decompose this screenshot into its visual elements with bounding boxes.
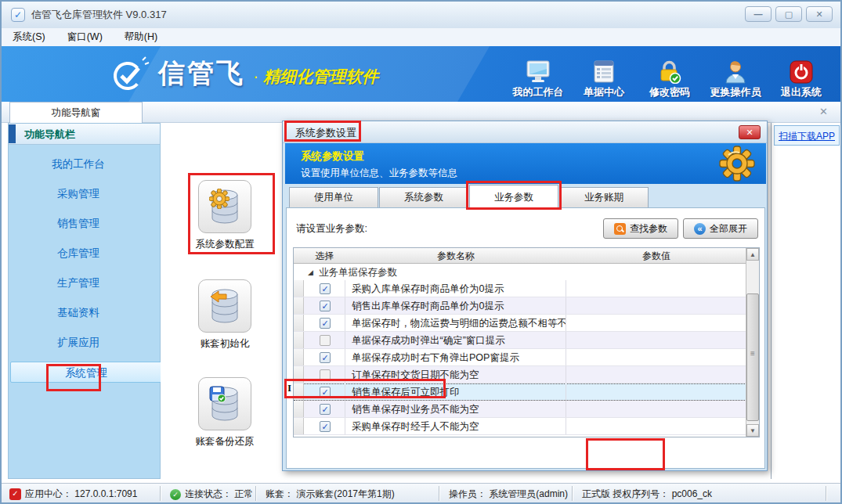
app-download-box: 扫描下载APP	[774, 125, 840, 146]
power-exit-icon	[790, 60, 813, 84]
sidebar-item-workstation[interactable]: 我的工作台	[9, 153, 148, 175]
table-row[interactable]: 销售单保存时业务员不能为空	[294, 401, 746, 418]
status-divider	[572, 486, 573, 501]
right-panel: 扫描下载APP	[771, 123, 842, 479]
expand-all-button[interactable]: « 全部展开	[683, 218, 758, 239]
table-row[interactable]: 采购单保存时经手人不能为空	[294, 418, 746, 435]
banner: 信管飞 · 精细化管理软件 我的工作台	[2, 46, 840, 102]
param-name-cell: 单据保存时，物流运费与明细的运费总额不相等不提示	[345, 315, 566, 331]
tab-business-params[interactable]: 业务参数	[469, 185, 558, 208]
dialog-title: 系统参数设置	[295, 126, 356, 140]
group-row[interactable]: ◢ 业务单据保存参数	[294, 264, 746, 280]
brand-block: 信管飞 · 精细化管理软件	[110, 56, 378, 92]
status-bar: ✓ 应用中心： 127.0.0.1:7091 ✓ 连接状态： 正常 账套： 演示…	[2, 483, 840, 503]
menu-window[interactable]: 窗口(W)	[67, 31, 103, 44]
param-value-cell[interactable]	[566, 383, 746, 400]
row-select-cell	[304, 366, 345, 383]
floppy-badge-icon	[209, 386, 226, 403]
window-close-button[interactable]: ✕	[806, 6, 833, 22]
toolbar-my-workstation[interactable]: 我的工作台	[505, 49, 571, 99]
dialog-close-button[interactable]: ✕	[739, 125, 761, 139]
tab-system-params[interactable]: 系统参数	[379, 187, 468, 207]
menu-system[interactable]: 系统(S)	[13, 31, 45, 44]
brand-name: 信管飞	[158, 56, 245, 92]
col-param-value: 参数值	[566, 250, 746, 263]
sidebar-item-warehouse[interactable]: 仓库管理	[9, 243, 148, 264]
scrollbar-thumb[interactable]	[746, 293, 759, 421]
dialog-header-title: 系统参数设置	[301, 149, 364, 164]
col-param-name: 参数名称	[345, 250, 566, 263]
table-row[interactable]: 单据保存成功时弹出“确定”窗口提示	[294, 332, 746, 349]
row-header-cell	[294, 315, 304, 331]
table-scrollbar[interactable]: ▲ ▼	[746, 248, 759, 437]
toolbar-switch-operator[interactable]: 更换操作员	[703, 49, 768, 99]
checkbox-icon[interactable]	[320, 387, 331, 398]
status-connection: ✓ 连接状态： 正常	[170, 488, 253, 501]
tab-function-nav[interactable]: 功能导航窗	[9, 102, 143, 123]
find-params-button[interactable]: 查找参数	[603, 218, 678, 239]
table-row[interactable]: 单据保存时，物流运费与明细的运费总额不相等不提示	[294, 315, 746, 332]
menu-help[interactable]: 帮助(H)	[125, 31, 157, 44]
table-row[interactable]: 订单保存时交货日期不能为空	[294, 366, 746, 383]
param-value-cell[interactable]	[566, 315, 746, 331]
checkbox-icon[interactable]	[320, 283, 331, 294]
sidebar-item-extension[interactable]: 扩展应用	[9, 332, 148, 353]
checkbox-icon[interactable]	[320, 301, 331, 311]
params-prompt: 请设置业务参数:	[296, 222, 367, 236]
scroll-down-icon[interactable]: ▼	[746, 424, 759, 437]
table-row[interactable]: 销售出库单保存时商品单价为0提示	[294, 297, 746, 315]
module-backup-restore[interactable]: 账套备份还原	[178, 377, 272, 448]
param-value-cell[interactable]	[566, 280, 746, 297]
param-value-cell[interactable]	[566, 332, 746, 348]
checkbox-icon[interactable]	[320, 318, 331, 329]
tab-company-info[interactable]: 使用单位	[289, 187, 378, 207]
param-value-cell[interactable]	[566, 418, 746, 434]
toolbar-exit-system[interactable]: 退出系统	[768, 49, 834, 99]
param-value-cell[interactable]	[566, 366, 746, 383]
workstation-icon	[524, 60, 552, 84]
param-value-cell[interactable]	[566, 297, 746, 314]
checkbox-icon[interactable]	[320, 352, 331, 363]
checkbox-icon[interactable]	[320, 404, 331, 415]
param-name-cell: 销售单保存后可立即打印	[345, 383, 566, 400]
nav-header-bar	[9, 124, 16, 143]
expand-all-icon: «	[694, 223, 706, 235]
scroll-up-icon[interactable]: ▲	[746, 248, 759, 261]
param-value-cell[interactable]	[566, 401, 746, 417]
row-select-cell	[304, 418, 345, 434]
tab-business-period[interactable]: 业务账期	[559, 187, 649, 207]
table-row[interactable]: 采购入库单保存时商品单价为0提示	[294, 280, 746, 297]
checkbox-icon[interactable]	[320, 335, 331, 346]
minimize-button[interactable]: —	[745, 6, 772, 22]
workspace-tabstrip: 功能导航窗 ✕	[2, 102, 840, 123]
sidebar-item-basic-data[interactable]: 基础资料	[9, 302, 148, 323]
workspace-close-icon[interactable]: ✕	[819, 106, 828, 117]
row-header-cell	[294, 401, 304, 417]
status-app-center: ✓ 应用中心： 127.0.0.1:7091	[9, 488, 137, 501]
sidebar-item-sales[interactable]: 销售管理	[9, 213, 148, 234]
brand-separator: ·	[253, 67, 258, 87]
row-header-cell	[294, 418, 304, 434]
status-divider	[160, 486, 161, 501]
checkbox-icon[interactable]	[320, 369, 331, 380]
params-table: 选择 参数名称 参数值 ◢ 业务单据保存参数 采购入库单保存时商品单价为0提示 …	[293, 247, 760, 437]
app-download-link[interactable]: 扫描下载APP	[779, 131, 835, 142]
module-system-params[interactable]: 系统参数配置	[178, 180, 272, 251]
sidebar-item-system-management[interactable]: 系统管理	[10, 362, 162, 383]
toolbar-change-password[interactable]: 修改密码	[637, 49, 703, 99]
param-value-cell[interactable]	[566, 349, 746, 365]
dialog-header-subtitle: 设置使用单位信息、业务参数等信息	[301, 167, 457, 180]
documents-icon	[592, 60, 616, 84]
toolbar-document-center[interactable]: 单据中心	[571, 49, 637, 99]
maximize-button[interactable]: ▢	[775, 6, 802, 22]
sidebar-item-production[interactable]: 生产管理	[9, 272, 148, 293]
application-window: ✓ 信管飞仓库管理软件 V9.0.317 — ▢ ✕ 系统(S) 窗口(W) 帮…	[0, 0, 842, 504]
table-row[interactable]: 销售单保存后可立即打印	[294, 383, 746, 401]
sidebar-item-purchase[interactable]: 采购管理	[9, 183, 148, 204]
checkbox-icon[interactable]	[320, 421, 331, 432]
table-row[interactable]: 单据保存成功时右下角弹出POP窗提示	[294, 349, 746, 366]
col-select: 选择	[304, 250, 345, 263]
nav-sidebar: 功能导航栏 我的工作台 采购管理 销售管理 仓库管理 生产管理 基础资料 扩展应…	[8, 123, 161, 479]
module-account-init[interactable]: 账套初始化	[178, 279, 272, 351]
row-select-cell	[304, 297, 345, 314]
